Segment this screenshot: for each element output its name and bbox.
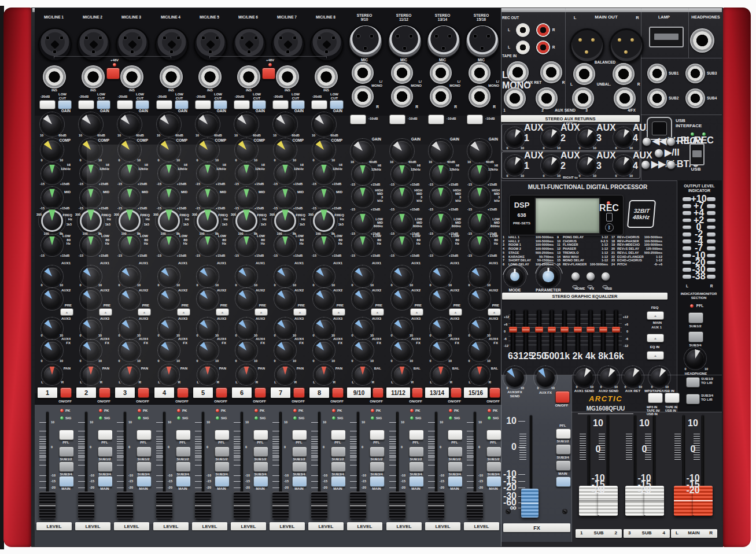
eq-hi-knob[interactable] <box>393 165 411 183</box>
fader-cap[interactable] <box>272 492 289 519</box>
eq-freq-knob[interactable] <box>80 210 102 232</box>
mp3-tape-usb-in-knob[interactable] <box>651 368 668 386</box>
aux1-knob[interactable] <box>393 268 411 285</box>
geq-band-cap[interactable] <box>522 327 530 333</box>
pad-button[interactable] <box>311 100 327 109</box>
sub12-to-lr-button[interactable] <box>686 377 700 387</box>
aux4-fx-knob[interactable] <box>199 342 216 359</box>
eq-in-button[interactable] <box>647 351 664 360</box>
sub12-button[interactable] <box>409 446 424 457</box>
comp-knob[interactable] <box>160 141 178 159</box>
sub34-to-lr-button[interactable] <box>686 394 700 404</box>
main-assign-button[interactable] <box>59 476 74 487</box>
pan-knob[interactable] <box>161 367 177 383</box>
fx-main-button[interactable] <box>556 477 571 487</box>
pad-button[interactable] <box>272 100 289 109</box>
sub12-button[interactable] <box>176 446 191 457</box>
eq-hi-knob[interactable] <box>82 165 99 182</box>
eq-freq-knob[interactable] <box>158 210 180 232</box>
eq-mid-knob[interactable] <box>121 189 138 206</box>
aux1-knob[interactable] <box>471 268 488 285</box>
pre-button[interactable] <box>138 308 151 316</box>
pad-button[interactable] <box>467 115 483 124</box>
sub34-button[interactable] <box>292 461 307 472</box>
aux1-knob[interactable] <box>238 268 255 285</box>
comp-knob[interactable] <box>198 141 217 159</box>
gain-knob[interactable] <box>275 115 295 134</box>
channel-onoff-button[interactable] <box>332 387 344 398</box>
lowcut-button[interactable] <box>213 100 227 109</box>
aux2-knob[interactable] <box>199 290 216 308</box>
channel-onoff-button[interactable] <box>255 387 266 398</box>
main-assign-button[interactable] <box>98 476 113 487</box>
eq-low-knob[interactable] <box>432 237 449 254</box>
lowcut-button[interactable] <box>175 100 189 109</box>
geq-band-cap[interactable] <box>599 327 607 333</box>
pre-button[interactable] <box>99 308 112 316</box>
left-aux-return-1-knob[interactable] <box>507 130 523 146</box>
sub34-button[interactable] <box>176 461 191 472</box>
fader-cap[interactable] <box>389 492 405 519</box>
aux3-knob[interactable] <box>160 320 178 337</box>
sub34-button[interactable] <box>448 461 463 472</box>
fader-cap[interactable] <box>428 492 444 519</box>
eq-hmid-knob[interactable] <box>432 188 449 205</box>
sub12-button[interactable] <box>215 446 230 457</box>
eq-mid-knob[interactable] <box>238 189 255 206</box>
lowcut-button[interactable] <box>97 100 110 109</box>
pad-button[interactable] <box>234 100 250 109</box>
aux4-fx-knob[interactable] <box>238 342 255 359</box>
channel-onoff-button[interactable] <box>451 387 462 398</box>
fbq-button[interactable] <box>647 311 664 320</box>
eq-freq-knob[interactable] <box>41 210 63 232</box>
geq-band-cap[interactable] <box>587 327 595 333</box>
eq-low-knob[interactable] <box>471 237 488 254</box>
sub34-button[interactable] <box>486 461 501 472</box>
left-aux-return-2-knob[interactable] <box>543 130 559 146</box>
aux-fx-knob[interactable] <box>536 368 555 387</box>
eq-hi-knob[interactable] <box>43 165 61 182</box>
eq-freq-knob[interactable] <box>313 210 335 232</box>
aux2-send-knob[interactable] <box>600 368 617 386</box>
eq-hi-knob[interactable] <box>471 165 488 183</box>
sub12-button[interactable] <box>98 446 113 457</box>
aux3-knob[interactable] <box>238 320 255 337</box>
eq-low-knob[interactable] <box>43 237 61 254</box>
main-assign-button[interactable] <box>253 476 268 487</box>
fx-sub34-button[interactable] <box>556 460 571 471</box>
pad-button[interactable] <box>39 100 56 109</box>
right-aux-return-1-knob[interactable] <box>507 157 523 173</box>
fader-cap[interactable] <box>467 492 483 519</box>
eq-lmid-knob[interactable] <box>432 214 449 231</box>
aux3-knob[interactable] <box>432 320 449 337</box>
geq-band-cap[interactable] <box>509 327 517 333</box>
sub12-button[interactable] <box>137 446 152 457</box>
aux2-knob[interactable] <box>43 290 61 308</box>
eq-lmid-knob[interactable] <box>471 214 488 231</box>
aux1-knob[interactable] <box>354 268 371 285</box>
aux4-fx-knob[interactable] <box>393 342 411 359</box>
pre-button[interactable] <box>255 308 268 316</box>
pad-button[interactable] <box>117 100 133 109</box>
eq-hi-knob[interactable] <box>315 165 333 182</box>
transport-play-button[interactable] <box>654 149 663 158</box>
geq-band-cap[interactable] <box>574 327 582 333</box>
gain-knob[interactable] <box>431 141 451 161</box>
fader-cap[interactable] <box>195 492 211 519</box>
main-assign-button[interactable] <box>486 476 501 487</box>
pre-button[interactable] <box>177 308 190 316</box>
main-assign-button[interactable] <box>448 476 463 487</box>
monitor-sub34-button[interactable] <box>688 331 703 342</box>
aux4-fx-knob[interactable] <box>315 342 333 359</box>
aux2-knob[interactable] <box>393 290 411 308</box>
pan-knob[interactable] <box>394 367 410 383</box>
comp-knob[interactable] <box>43 141 61 159</box>
pan-knob[interactable] <box>44 367 60 383</box>
aux2-knob[interactable] <box>354 290 371 308</box>
lowcut-button[interactable] <box>330 100 344 109</box>
pfl-button[interactable] <box>331 430 346 440</box>
pad-button[interactable] <box>350 115 366 124</box>
channel-onoff-button[interactable] <box>489 387 500 398</box>
aux4-fx-knob[interactable] <box>160 342 178 359</box>
fx-button[interactable] <box>586 272 595 281</box>
